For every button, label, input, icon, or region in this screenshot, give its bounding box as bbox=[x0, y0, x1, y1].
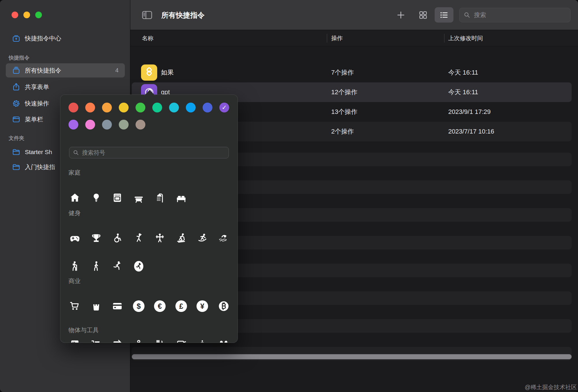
column-header-modified[interactable]: 上次修改时间 bbox=[448, 30, 483, 46]
search-icon bbox=[73, 149, 79, 156]
shortcut-actions: 2个操作 bbox=[331, 122, 354, 141]
sidebar-item-label: 共享表单 bbox=[25, 83, 49, 91]
color-swatch[interactable] bbox=[68, 103, 78, 112]
runner-circle-icon[interactable] bbox=[132, 260, 145, 273]
serving-bell-icon[interactable] bbox=[196, 338, 209, 343]
sidebar-item-shortcuts-center[interactable]: 快捷指令中心 bbox=[6, 31, 125, 45]
flatbed-cart-icon[interactable] bbox=[90, 338, 103, 343]
color-swatch[interactable] bbox=[136, 103, 145, 112]
shower-icon[interactable] bbox=[153, 191, 166, 204]
symbol-section-label: 健身 bbox=[68, 209, 81, 217]
color-swatch[interactable] bbox=[102, 103, 112, 112]
runner-icon[interactable] bbox=[111, 260, 124, 273]
menubar-icon bbox=[11, 115, 21, 124]
shortcut-modified: 今天 16:11 bbox=[448, 82, 478, 102]
color-swatch[interactable] bbox=[203, 103, 212, 112]
shortcuts-window: 快捷指令中心 快捷指令 所有快捷指令 4 共享表单 快速操作 bbox=[0, 0, 578, 392]
search-input[interactable] bbox=[473, 11, 561, 19]
grid-view-button[interactable] bbox=[417, 9, 429, 21]
share-icon bbox=[11, 83, 21, 91]
handbag-icon[interactable] bbox=[132, 338, 145, 343]
color-swatch[interactable] bbox=[186, 103, 196, 112]
house-icon[interactable] bbox=[68, 191, 81, 204]
shortcut-icon-diamond[interactable] bbox=[141, 64, 157, 81]
hiker-icon[interactable] bbox=[68, 260, 81, 273]
list-view-icon bbox=[439, 10, 449, 20]
shopping-cart-icon[interactable] bbox=[68, 300, 81, 313]
bitcoin-coin-icon[interactable] bbox=[217, 300, 230, 313]
sidebar-toggle-button[interactable] bbox=[141, 10, 153, 20]
color-swatch[interactable] bbox=[68, 120, 78, 130]
shortcut-name: 如果 bbox=[161, 63, 174, 82]
minimize-button[interactable] bbox=[23, 12, 30, 18]
wheelchair-icon[interactable] bbox=[111, 232, 124, 245]
shortcut-modified: 今天 16:11 bbox=[448, 63, 478, 82]
symbol-section-label: 商业 bbox=[68, 277, 81, 285]
folder-icon bbox=[11, 148, 21, 156]
color-swatch[interactable] bbox=[136, 120, 145, 130]
all-shortcuts-icon bbox=[11, 66, 21, 75]
utensils-icon[interactable] bbox=[153, 338, 166, 343]
yen-coin-icon[interactable]: ¥ bbox=[196, 300, 209, 313]
credit-card-icon[interactable] bbox=[111, 300, 124, 313]
symbol-search-input[interactable] bbox=[81, 149, 216, 156]
sidebar-item-label: 菜单栏 bbox=[25, 115, 43, 123]
oven-icon[interactable] bbox=[111, 191, 124, 204]
pencil-case-icon[interactable] bbox=[111, 338, 124, 343]
color-swatch[interactable] bbox=[119, 120, 129, 130]
symbol-section-label: 家庭 bbox=[68, 169, 81, 177]
sidebar-item-all-shortcuts[interactable]: 所有快捷指令 4 bbox=[6, 63, 125, 77]
symbol-search-field[interactable] bbox=[69, 147, 229, 158]
snowboarder-icon[interactable] bbox=[196, 232, 209, 245]
box-icon[interactable] bbox=[175, 338, 188, 343]
icon-color-popover: ✓ 家庭 健身 bbox=[60, 95, 238, 343]
list-view-button[interactable] bbox=[435, 7, 453, 23]
printer-icon[interactable] bbox=[68, 338, 81, 343]
euro-coin-icon[interactable]: € bbox=[153, 300, 166, 313]
lightbulb-icon[interactable] bbox=[90, 191, 103, 204]
color-swatch-selected[interactable]: ✓ bbox=[219, 103, 229, 112]
color-swatch[interactable] bbox=[119, 103, 129, 112]
bathtub-icon[interactable] bbox=[132, 191, 145, 204]
dollar-coin-icon[interactable]: $ bbox=[132, 300, 145, 313]
zoom-button[interactable] bbox=[35, 12, 42, 18]
sidebar-item-label: 快捷指令中心 bbox=[25, 34, 61, 42]
watermark: @稀土掘金技术社区 bbox=[525, 383, 577, 391]
sidebar-item-label: 快速操作 bbox=[25, 99, 49, 108]
mittens-icon[interactable] bbox=[217, 338, 230, 343]
sidebar-section-label: 快捷指令 bbox=[9, 54, 29, 61]
sidebar-item-share-sheet[interactable]: 共享表单 bbox=[6, 80, 125, 94]
table-header: 名称 操作 上次修改时间 bbox=[130, 30, 578, 46]
color-swatch[interactable] bbox=[169, 103, 179, 112]
add-shortcut-button[interactable] bbox=[394, 9, 407, 21]
pound-coin-icon[interactable]: £ bbox=[175, 300, 188, 313]
swimmer-icon[interactable] bbox=[217, 232, 230, 245]
column-header-name[interactable]: 名称 bbox=[142, 30, 153, 46]
weightlifter-icon[interactable] bbox=[153, 232, 166, 245]
game-controller-icon[interactable] bbox=[68, 232, 81, 245]
symbol-section-label: 物体与工具 bbox=[68, 326, 99, 334]
horizontal-scrollbar[interactable] bbox=[132, 354, 572, 359]
column-header-actions[interactable]: 操作 bbox=[331, 30, 343, 46]
sidebar-item-label: 所有快捷指令 bbox=[25, 66, 61, 75]
trophy-icon[interactable] bbox=[90, 232, 103, 245]
toolbar-search-field[interactable] bbox=[459, 8, 570, 22]
shortcut-modified: 2023/9/1 17:29 bbox=[448, 102, 491, 122]
color-swatch[interactable] bbox=[102, 120, 112, 130]
shortcuts-center-icon bbox=[11, 34, 21, 43]
shortcut-actions: 12个操作 bbox=[331, 82, 357, 102]
color-swatch[interactable] bbox=[85, 120, 95, 130]
table-row[interactable]: 如果 7个操作 今天 16:11 bbox=[130, 63, 578, 82]
sidebar-item-label: 入门快捷指 bbox=[25, 163, 55, 171]
dancer-icon[interactable] bbox=[132, 232, 145, 245]
skier-icon[interactable] bbox=[175, 232, 188, 245]
sidebar-section-label: 文件夹 bbox=[9, 135, 24, 142]
color-swatch[interactable] bbox=[85, 103, 95, 112]
column-divider bbox=[327, 34, 327, 42]
bed-icon[interactable] bbox=[175, 191, 188, 204]
close-button[interactable] bbox=[12, 12, 18, 18]
walker-icon[interactable] bbox=[90, 260, 103, 273]
shopping-bag-icon[interactable] bbox=[90, 300, 103, 313]
gear-icon bbox=[11, 99, 21, 108]
color-swatch[interactable] bbox=[152, 103, 162, 112]
